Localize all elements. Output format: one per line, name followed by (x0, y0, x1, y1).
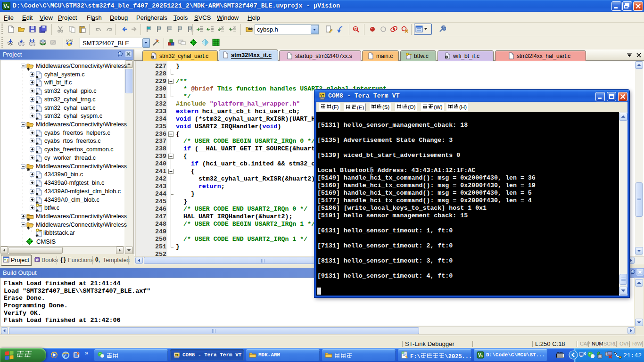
svg-text:VT: VT (175, 354, 178, 356)
svg-text:VT: VT (320, 94, 324, 97)
svg-text:d: d (355, 27, 357, 31)
svg-text:s: s (481, 354, 483, 358)
svg-text:e: e (64, 352, 66, 359)
svg-text:LOAD: LOAD (66, 39, 73, 42)
